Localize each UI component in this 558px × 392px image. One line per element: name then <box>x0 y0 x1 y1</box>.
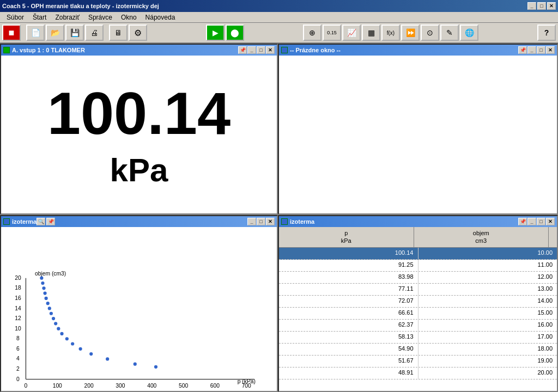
table-row[interactable]: 62.3716.00 <box>279 320 557 332</box>
table-cell-p: 58.13 <box>279 332 418 343</box>
table-row[interactable]: 58.1317.00 <box>279 332 557 344</box>
graph-max-btn[interactable]: □ <box>257 218 265 225</box>
svg-text:6: 6 <box>16 346 20 352</box>
pressure-min-btn[interactable]: _ <box>247 46 256 54</box>
table-panel-controls: 📌 _ □ ✕ <box>518 218 555 225</box>
save-button[interactable]: 💾 <box>65 24 84 41</box>
pressure-pin-btn[interactable]: 📌 <box>238 46 247 54</box>
svg-point-24 <box>57 327 60 330</box>
open-button[interactable]: 📂 <box>46 24 64 41</box>
table-close-btn[interactable]: ✕ <box>546 218 555 225</box>
stop-button[interactable]: ■ <box>2 24 21 41</box>
table-cell-p: 48.91 <box>279 367 418 379</box>
svg-point-28 <box>48 307 51 310</box>
svg-point-25 <box>54 322 57 325</box>
svg-point-29 <box>46 302 50 305</box>
table-cell-v: 10.00 <box>418 248 557 259</box>
graph-svg: 0 2 4 6 8 10 12 14 16 18 20 objem (cm3) <box>1 227 277 391</box>
table-row[interactable]: 48.9120.00 <box>279 367 557 379</box>
empty-min-btn[interactable]: _ <box>527 46 536 54</box>
table-row[interactable]: 77.1113.00 <box>279 284 557 296</box>
table-pin-btn[interactable]: 📌 <box>518 218 527 225</box>
svg-point-38 <box>79 347 82 351</box>
table-row[interactable]: 83.9812.00 <box>279 272 557 284</box>
pressure-close-btn[interactable]: ✕ <box>266 46 275 54</box>
settings-button[interactable]: ⚙ <box>129 24 147 41</box>
graph-button[interactable]: 📈 <box>342 24 361 41</box>
stop-record-button[interactable]: ⬤ <box>226 24 244 41</box>
svg-text:600: 600 <box>210 383 220 389</box>
svg-text:8: 8 <box>16 335 20 341</box>
menu-start[interactable]: Štart <box>28 13 51 22</box>
col-v-header: objem cm3 <box>414 227 549 247</box>
minimize-btn[interactable]: _ <box>527 2 536 10</box>
table-cell-p: 100.14 <box>279 248 418 259</box>
table-panel-icon <box>281 218 288 225</box>
table-cell-v: 13.00 <box>418 284 557 295</box>
svg-text:100: 100 <box>53 383 62 389</box>
table-row[interactable]: 100.1410.00 <box>279 248 557 260</box>
close-btn[interactable]: ✕ <box>547 2 556 10</box>
graph-close-btn[interactable]: ✕ <box>266 218 275 225</box>
svg-point-39 <box>89 352 93 356</box>
zoom-button[interactable]: 🔍 <box>37 218 45 225</box>
graph-extra-btns: 🔍 📌 <box>37 218 55 225</box>
pressure-title-bar: A. vstup 1 : 0 TLAKOMER 📌 _ □ ✕ <box>1 45 277 56</box>
maximize-btn[interactable]: □ <box>537 2 546 10</box>
svg-text:14: 14 <box>15 305 21 311</box>
graph-panel-title: izoterma <box>12 218 37 225</box>
svg-point-40 <box>106 357 109 360</box>
svg-point-30 <box>45 297 48 300</box>
svg-text:0: 0 <box>16 376 20 382</box>
new-button[interactable]: 📄 <box>26 24 45 41</box>
table-row[interactable]: 66.6115.00 <box>279 308 557 320</box>
table-cell-p: 66.61 <box>279 308 418 319</box>
empty-panel: -- Prázdne okno -- 📌 _ □ ✕ <box>278 44 558 215</box>
menu-napoveda[interactable]: Nápoveda <box>141 13 180 22</box>
pressure-max-btn[interactable]: □ <box>257 46 265 54</box>
table-body[interactable]: 100.1410.0091.2511.0083.9812.0077.1113.0… <box>279 248 557 391</box>
menu-zobrazit[interactable]: Zobraziť <box>51 13 84 22</box>
svg-text:20: 20 <box>15 275 21 281</box>
table-title-bar: izoterma 📌 _ □ ✕ <box>279 216 557 227</box>
menu-okno[interactable]: Okno <box>117 13 141 22</box>
note-button[interactable]: ✎ <box>440 24 459 41</box>
pressure-unit: kPa <box>110 151 168 189</box>
svg-point-42 <box>154 365 157 369</box>
video-button[interactable]: ⏩ <box>401 24 420 41</box>
toolbar: ■ 📄 📂 💾 🖨 🖥 ⚙ ▶ ⬤ ⊕ 0.15 📈 ▦ f(x) ⏩ ⊙ ✎ … <box>0 23 558 44</box>
menu-spravce[interactable]: Správce <box>84 13 117 22</box>
svg-rect-0 <box>1 230 277 388</box>
graph-pin-btn[interactable]: 📌 <box>46 218 55 225</box>
scope-button[interactable]: ⊙ <box>421 24 439 41</box>
menu-soubor[interactable]: Súbor <box>2 13 28 22</box>
globe-button[interactable]: 🌐 <box>460 24 478 41</box>
table-row[interactable]: 72.0714.00 <box>279 296 557 308</box>
table-cell-p: 51.67 <box>279 356 418 367</box>
empty-close-btn[interactable]: ✕ <box>546 46 555 54</box>
num-button[interactable]: 0.15 <box>323 24 341 41</box>
app-title: Coach 5 - OPH meranie tlaku a teploty - … <box>2 3 159 9</box>
table-min-btn[interactable]: _ <box>527 218 536 225</box>
empty-max-btn[interactable]: □ <box>537 46 545 54</box>
table-cell-v: 20.00 <box>418 367 557 379</box>
formula-button[interactable]: f(x) <box>381 24 400 41</box>
table-row[interactable]: 91.2511.00 <box>279 260 557 272</box>
help-button[interactable]: ? <box>537 24 556 41</box>
crosshair-button[interactable]: ⊕ <box>303 24 322 41</box>
table-content: p kPa objem cm3 100.1410.0091.2511.0083.… <box>279 227 557 391</box>
table-cell-v: 15.00 <box>418 308 557 319</box>
table-row[interactable]: 54.9018.00 <box>279 344 557 356</box>
print-button[interactable]: 🖨 <box>85 24 104 41</box>
svg-text:0: 0 <box>25 383 28 389</box>
empty-pin-btn[interactable]: 📌 <box>518 46 527 54</box>
table-cell-p: 62.37 <box>279 320 418 331</box>
graph-min-btn[interactable]: _ <box>247 218 256 225</box>
monitor-button[interactable]: 🖥 <box>109 24 128 41</box>
table-cell-p: 77.11 <box>279 284 418 295</box>
play-button[interactable]: ▶ <box>206 24 225 41</box>
table-row[interactable]: 51.6719.00 <box>279 356 557 367</box>
table-button[interactable]: ▦ <box>362 24 380 41</box>
table-max-btn[interactable]: □ <box>537 218 545 225</box>
main-area: A. vstup 1 : 0 TLAKOMER 📌 _ □ ✕ 100.14 k… <box>0 44 558 392</box>
